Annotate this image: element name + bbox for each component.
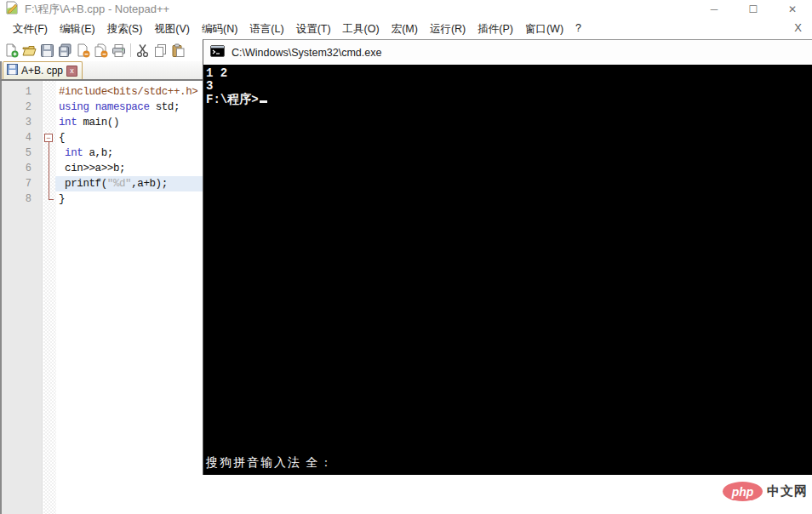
paste-icon[interactable] xyxy=(169,42,187,59)
maximize-button[interactable]: ☐ xyxy=(734,0,773,19)
menu-item-1[interactable]: 编辑(E) xyxy=(54,20,101,39)
save-icon[interactable] xyxy=(38,42,56,59)
cmd-icon xyxy=(210,45,225,60)
close-file-icon[interactable] xyxy=(74,42,92,59)
line-number: 8 xyxy=(2,191,43,207)
line-number: 5 xyxy=(2,146,43,161)
tab-close-icon[interactable]: x xyxy=(66,66,77,77)
fold-guide xyxy=(43,100,55,115)
line-number: 2 xyxy=(2,100,43,115)
toolbar-separator xyxy=(130,43,131,57)
menu-item-5[interactable]: 语言(L) xyxy=(243,20,289,39)
console-prompt-line: F:\程序> xyxy=(206,93,812,107)
fold-collapse-icon[interactable]: − xyxy=(43,130,55,146)
window-controls: ─ ☐ ✕ xyxy=(695,0,812,19)
line-number: 1 xyxy=(2,84,43,100)
line-number: 3 xyxy=(2,115,43,130)
fold-guide xyxy=(43,84,55,100)
open-file-icon[interactable] xyxy=(20,42,38,59)
menu-item-4[interactable]: 编码(N) xyxy=(196,20,243,39)
console-prompt: F:\程序> xyxy=(206,93,259,106)
new-file-icon[interactable] xyxy=(3,42,20,59)
menubar-close-icon[interactable]: X xyxy=(791,21,805,34)
menu-item-3[interactable]: 视图(V) xyxy=(148,20,196,39)
fold-guide xyxy=(43,115,55,130)
save-all-icon[interactable] xyxy=(56,42,74,59)
line-number: 7 xyxy=(2,176,43,191)
console-cursor xyxy=(260,100,267,103)
fold-guide xyxy=(43,146,55,161)
console-output-line: 1 2 xyxy=(206,67,812,80)
menu-item-2[interactable]: 搜索(S) xyxy=(101,20,149,39)
ime-status-bar: 搜狗拼音输入法 全 : xyxy=(203,454,335,472)
menu-item-0[interactable]: 文件(F) xyxy=(7,20,54,39)
cut-icon[interactable] xyxy=(134,42,152,59)
saved-state-icon xyxy=(7,64,18,77)
close-all-icon[interactable] xyxy=(92,42,110,59)
tab-a-plus-b-cpp[interactable]: A+B. cpp x xyxy=(3,61,83,79)
menu-item-12[interactable]: ? xyxy=(569,20,587,39)
console-output-line: 3 xyxy=(206,80,812,93)
php-cn-watermark: php 中文网 xyxy=(723,482,808,501)
line-number: 6 xyxy=(2,161,43,176)
notepad-logo-icon xyxy=(5,1,19,18)
notepad-titlebar: F:\程序\A+B.cpp - Notepad++ ─ ☐ ✕ xyxy=(0,0,812,19)
cmd-title: C:\Windows\System32\cmd.exe xyxy=(232,47,381,59)
close-button[interactable]: ✕ xyxy=(773,0,812,19)
php-logo-icon: php xyxy=(723,482,763,501)
menu-item-10[interactable]: 插件(P) xyxy=(472,20,519,39)
fold-guide xyxy=(43,161,55,176)
cmd-window: C:\Windows\System32\cmd.exe 1 23F:\程序>搜狗… xyxy=(203,39,812,475)
tab-label: A+B. cpp xyxy=(21,65,63,77)
menu-item-6[interactable]: 设置(T) xyxy=(290,20,337,39)
print-icon[interactable] xyxy=(110,42,128,59)
window-title: F:\程序\A+B.cpp - Notepad++ xyxy=(25,2,169,17)
php-logo-suffix: 中文网 xyxy=(767,483,808,500)
fold-guide xyxy=(43,176,55,191)
menu-item-8[interactable]: 宏(M) xyxy=(386,20,424,39)
cmd-titlebar[interactable]: C:\Windows\System32\cmd.exe xyxy=(203,40,812,65)
menu-item-9[interactable]: 运行(R) xyxy=(424,20,472,39)
menu-item-7[interactable]: 工具(O) xyxy=(337,20,386,39)
fold-guide xyxy=(43,191,55,207)
screenshot-root: F:\程序\A+B.cpp - Notepad++ ─ ☐ ✕ 文件(F)编辑(… xyxy=(0,0,812,514)
menu-item-11[interactable]: 窗口(W) xyxy=(519,20,569,39)
cmd-console[interactable]: 1 23F:\程序>搜狗拼音输入法 全 : xyxy=(203,65,812,475)
minimize-button[interactable]: ─ xyxy=(695,0,734,19)
line-number: 4 xyxy=(2,130,43,146)
copy-icon[interactable] xyxy=(152,42,169,59)
notepad-menubar: 文件(F)编辑(E)搜索(S)视图(V)编码(N)语言(L)设置(T)工具(O)… xyxy=(0,19,812,39)
menu-items: 文件(F)编辑(E)搜索(S)视图(V)编码(N)语言(L)设置(T)工具(O)… xyxy=(7,20,587,39)
